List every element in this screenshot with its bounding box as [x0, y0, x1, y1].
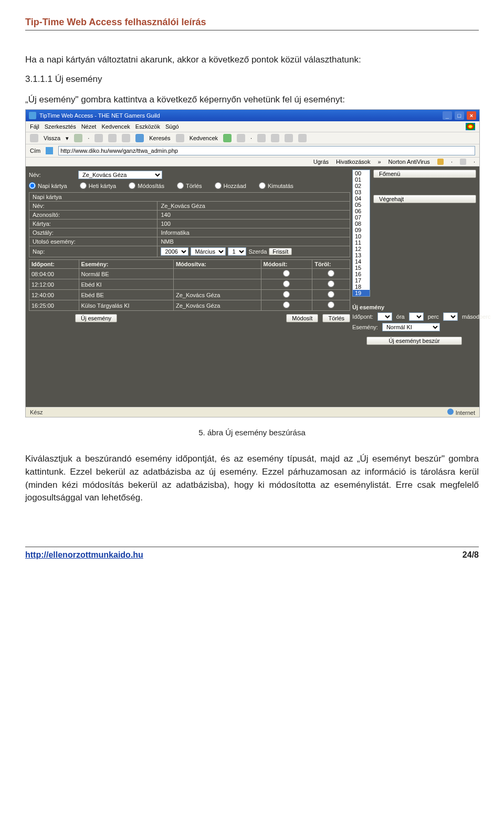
page-icon: [46, 147, 53, 154]
menu-sugo[interactable]: Súgó: [165, 123, 179, 130]
kv-value: NMB: [158, 237, 350, 246]
refresh-icon[interactable]: [108, 134, 117, 142]
fomenu-button[interactable]: Főmenü: [373, 170, 476, 178]
forward-icon[interactable]: [74, 134, 82, 142]
favorites-icon[interactable]: [176, 134, 184, 142]
menu-kedvencek[interactable]: Kedvencek: [101, 123, 130, 130]
radio-heti[interactable]: Heti kártya: [80, 182, 117, 189]
edit-icon[interactable]: [271, 134, 279, 142]
back-dropdown-icon[interactable]: ▾: [66, 135, 69, 142]
card-details-table: Napi kártya Név:Ze_Kovács Géza Azonosító…: [29, 192, 350, 257]
kv-value: 140: [158, 211, 350, 219]
kv-label: Név:: [29, 202, 158, 211]
row-delete-radio[interactable]: [328, 301, 334, 308]
event-type-select[interactable]: Normál KI: [382, 323, 440, 331]
links-bar: Ugrás Hivatkozások » Norton AntiVirus · …: [26, 158, 479, 166]
new-event-title: Új esemény: [352, 303, 476, 311]
refresh-button[interactable]: Frissít: [269, 248, 292, 255]
ugras-button[interactable]: Ugrás: [313, 159, 329, 165]
print-icon[interactable]: [257, 134, 266, 142]
menu-fajl[interactable]: Fájl: [30, 123, 39, 130]
norton-label: Norton AntiVirus: [388, 159, 430, 165]
row-modify-radio[interactable]: [283, 270, 290, 277]
section-text: „Új esemény" gombra kattintva a következ…: [25, 93, 479, 107]
second-select[interactable]: 00: [443, 312, 458, 321]
norton-icon[interactable]: [437, 159, 444, 165]
address-label: Cím: [30, 148, 40, 154]
new-event-button[interactable]: Új esemény: [75, 314, 117, 322]
window-buttons: _ □ ×: [442, 111, 476, 120]
row-modify-radio[interactable]: [283, 301, 290, 308]
day-select[interactable]: 1: [228, 247, 246, 256]
row-delete-radio[interactable]: [328, 270, 334, 277]
kv-value: 100: [158, 219, 350, 228]
name-label: Név:: [29, 172, 74, 178]
messenger-icon[interactable]: [298, 134, 307, 142]
perc-label: perc: [428, 313, 439, 320]
table-row: 12:40:00Ebéd BEZe_Kovács Géza: [29, 290, 350, 300]
modify-button[interactable]: Módosít: [286, 314, 318, 322]
history-icon[interactable]: [223, 134, 232, 142]
radio-napi[interactable]: Napi kártya: [29, 182, 67, 189]
address-input[interactable]: [58, 146, 475, 155]
menu-eszkozok[interactable]: Eszközök: [135, 123, 160, 130]
radio-hozzaad[interactable]: Hozzáad: [215, 182, 246, 189]
footer-link[interactable]: http://ellenorzottmunkaido.hu: [25, 550, 143, 560]
norton-settings-icon[interactable]: [460, 159, 466, 165]
table-row: 12:12:00Ebéd KI: [29, 279, 350, 290]
internet-zone-icon: [447, 409, 454, 415]
toolbar: Vissza ▾ · Keresés Kedvencek ·: [26, 132, 479, 144]
row-modify-radio[interactable]: [283, 291, 290, 298]
table-row: 08:04:00Normál BE: [29, 269, 350, 279]
menu-nezet[interactable]: Nézet: [81, 123, 97, 130]
window-title: TipTime Web Access - THE NET Gamers Guil…: [39, 112, 160, 119]
ie-icon: [29, 112, 36, 119]
radio-modositas[interactable]: Módosítás: [129, 182, 164, 189]
kv-value: Ze_Kovács Géza: [158, 202, 350, 211]
home-icon[interactable]: [122, 134, 130, 142]
hivatkozasok-button[interactable]: Hivatkozások: [336, 159, 370, 165]
hour-listbox[interactable]: 0001020304050607080910111213141516171819…: [352, 170, 370, 297]
back-button[interactable]: Vissza: [44, 135, 60, 141]
minimize-button[interactable]: _: [443, 111, 452, 120]
table-actions: Új esemény Módosít Törlés: [29, 311, 350, 323]
col-modositva: Módosítva:: [173, 260, 261, 269]
vegrehajt-button[interactable]: Végrehajt: [373, 195, 476, 203]
col-idopont: Időpont:: [29, 260, 79, 269]
discuss-icon[interactable]: [285, 134, 293, 142]
menu-szerkesztes[interactable]: Szerkesztés: [45, 123, 76, 130]
doc-title: Tip-Time Web Access felhasználói leírás: [25, 17, 479, 28]
ora-label: óra: [396, 313, 405, 320]
hour-select[interactable]: 00: [377, 312, 392, 321]
insert-event-button[interactable]: Új eseményt beszúr: [366, 337, 462, 345]
back-icon[interactable]: [30, 134, 38, 142]
minute-select[interactable]: 00: [409, 312, 424, 321]
year-select[interactable]: 2006: [161, 247, 188, 256]
browser-screenshot: TipTime Web Access - THE NET Gamers Guil…: [25, 109, 480, 417]
mode-radio-group: Napi kártya Heti kártya Módosítás Törlés…: [29, 180, 350, 192]
row-modify-radio[interactable]: [283, 280, 290, 287]
month-select[interactable]: Március: [191, 247, 226, 256]
address-bar: Cím: [26, 144, 479, 158]
row-delete-radio[interactable]: [328, 280, 334, 287]
col-torol: Töröl:: [312, 260, 350, 269]
col-esemeny: Esemény:: [79, 260, 173, 269]
page-number: 24/8: [463, 550, 479, 560]
intro-paragraph: Ha a napi kártyán változtatni akarunk, a…: [25, 54, 479, 67]
close-button[interactable]: ×: [467, 111, 476, 120]
name-select[interactable]: Ze_Kovács Géza: [78, 171, 162, 179]
delete-button[interactable]: Törlés: [322, 314, 350, 322]
radio-torles[interactable]: Törlés: [177, 182, 202, 189]
favorites-button[interactable]: Kedvencek: [190, 135, 218, 141]
mail-icon[interactable]: [237, 134, 245, 142]
mp-label: másodperc: [462, 313, 490, 320]
search-button[interactable]: Keresés: [149, 135, 170, 141]
status-bar: Kész Internet: [26, 407, 479, 417]
maximize-button[interactable]: □: [455, 111, 464, 120]
kv-label: Kártya:: [29, 219, 158, 228]
events-table: Időpont: Esemény: Módosítva: Módosít: Tö…: [29, 259, 350, 311]
radio-kimutatas[interactable]: Kimutatás: [259, 182, 293, 189]
stop-icon[interactable]: [94, 134, 103, 142]
search-icon[interactable]: [135, 134, 144, 142]
row-delete-radio[interactable]: [328, 291, 334, 298]
